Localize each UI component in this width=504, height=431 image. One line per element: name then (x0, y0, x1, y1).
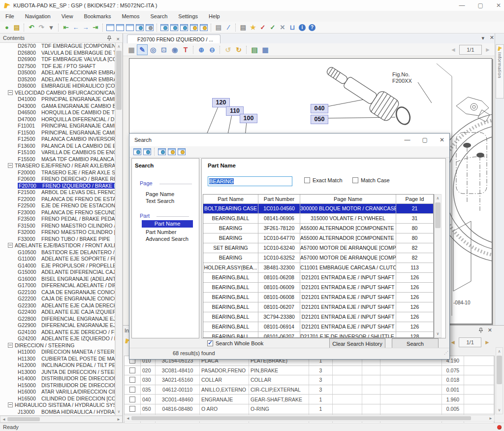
tree-item-f12500[interactable]: F12500PALANCA CAMBIO INVERSOR / S (0, 136, 115, 143)
exact-match-checkbox[interactable] (304, 177, 310, 183)
row-checkbox[interactable] (129, 387, 135, 393)
search-part-window-icon[interactable] (179, 23, 189, 33)
menu-memos[interactable]: Memos (116, 11, 145, 21)
table-row[interactable]: 0303A021-65160COLLARCOLLAR30.018 (125, 375, 494, 385)
row-checkbox[interactable] (129, 367, 135, 373)
tree-item-g10500[interactable]: G10500BASTIDOR EJE DELANTERO / F (0, 249, 115, 256)
tree-item-g14000[interactable]: G14000EJE PROPULSOR / PROPELLER (0, 263, 115, 269)
tree-group[interactable]: VELOCIDAD CAMBIO BIFURCACION/CAMBIO (0, 90, 115, 97)
tree-item-d47000[interactable]: D47000HORQUILLA DIFERENCIAL / DIF (0, 116, 115, 123)
parts-hscrollbar[interactable]: ◄ ► (124, 415, 495, 422)
match-case-option[interactable]: Match Case (352, 177, 390, 183)
callout-100[interactable]: 100 (240, 114, 257, 123)
zoom-out-icon[interactable]: ⊖ (207, 44, 218, 55)
table-row[interactable]: 05004816-08480O AROO-RING10.005 (125, 404, 494, 414)
table-row[interactable]: 0403C001-48460ENGRANAJEGEAR-SHAFT,BRAKE1… (125, 395, 494, 404)
tree-item-g22400[interactable]: G22400ADELANTE EJE CAJA IZQUIERD (0, 309, 115, 316)
tree-item-d26700[interactable]: D26700TDF EMBRAGUE [COMPONENTE (0, 43, 115, 50)
first-page-icon[interactable]: ⇤ (61, 23, 71, 33)
tree-item-f22500[interactable]: F22500EJE DE FRENO DE ESTACIONAM (0, 202, 115, 209)
search-whole-book-checkbox[interactable] (207, 340, 213, 346)
tree-item-g11000[interactable]: G11000ADELANTE EJE SOPORTE / FRO (0, 256, 115, 263)
tree-item-d36000[interactable]: D36000EMBRAGUE HIDRAULICO [COMP (0, 83, 115, 90)
menu-view[interactable]: View (56, 11, 79, 21)
tree-item-g22800[interactable]: G22800DIFERENCIAL ENGRANAJE EJE (0, 316, 115, 323)
redo-dropdown-icon[interactable]: ▾ (46, 23, 56, 33)
viewer-next-page-icon[interactable]: ► (485, 46, 491, 53)
tree-item-h11300[interactable]: H11300CUBIERTA DEL POSTE DE MANI (0, 356, 115, 363)
home-icon[interactable]: ● (2, 23, 12, 33)
contents-vscrollbar[interactable]: ∧ ∨ (115, 42, 123, 416)
export-page-icon[interactable]: ▤ (249, 44, 260, 55)
dialog-maximize-button[interactable]: ▢ (422, 133, 428, 146)
maximize-button[interactable]: ▢ (478, 2, 483, 9)
menu-search[interactable]: Search (145, 11, 173, 21)
tree-item-d43000[interactable]: D43000GAMA ENGRANAJE CAMBIO BIFU (0, 103, 115, 110)
window-external-icon[interactable] (145, 23, 155, 33)
tree-item-h13000[interactable]: H13000JUNTA DE DIRECCION / STEERI (0, 369, 115, 376)
window-normal-icon[interactable] (105, 23, 115, 33)
result-row[interactable]: BEARING,BALL3C794-23380D21201 ENTRADA EJ… (203, 312, 434, 322)
contents-tree[interactable]: D26700TDF EMBRAGUE [COMPONENTED26800VALV… (0, 42, 115, 416)
table-row[interactable]: 0203C081-48410PASADOR,FRENOPIN,BRAKE30.0… (125, 366, 494, 376)
stamp-icon[interactable]: ▦ (126, 44, 137, 55)
redo-icon[interactable]: ↷ (36, 23, 46, 33)
contents-hscrollbar[interactable]: ◄ ► (0, 416, 123, 423)
minimize-button[interactable]: — (459, 2, 465, 9)
window-list-icon[interactable] (125, 23, 135, 33)
collapse-icon[interactable] (8, 163, 13, 168)
dialog-close-button[interactable]: ✕ (440, 133, 444, 146)
last-page-icon[interactable]: ⇥ (91, 23, 100, 33)
window-info-icon[interactable] (135, 23, 145, 33)
viewer-prev-page-icon[interactable]: ◄ (450, 46, 456, 53)
tree-item-f11001[interactable]: F11001PRINCIPAL ENGRANAJE CAMBIO (0, 123, 115, 130)
exact-match-option[interactable]: Exact Match (304, 177, 343, 183)
cart-icon[interactable]: ⊔ (287, 23, 297, 33)
tree-item-f20700[interactable]: F20700FRENO IZQUIERDO / BRAKE LH (0, 183, 115, 190)
tree-item-j13000[interactable]: J13000BOMBA HIDRAULICA / HYDRAUL (0, 409, 115, 416)
tree-item-d46500[interactable]: D46500HORQUILLA DE CAMBIO DE TDF (0, 109, 115, 116)
help-icon[interactable]: ? (307, 23, 317, 33)
tree-item-f15500[interactable]: F15500MASA TDF CAMBIO PALANCA DE (0, 156, 115, 163)
match-case-checkbox[interactable] (352, 177, 358, 183)
find-part-icon[interactable] (157, 147, 167, 157)
collapse-icon[interactable] (8, 343, 13, 348)
prev-page-icon[interactable]: ← (71, 23, 81, 33)
search-nav-part-section[interactable]: Part (140, 213, 150, 219)
tree-item-g22100[interactable]: G22100CAJA DE ENGRANAJE CONICO D (0, 289, 115, 296)
tree-item-g22300[interactable]: G22300ADELANTE EJE CAJA DERECHO (0, 302, 115, 309)
callout-050[interactable]: 050 (311, 115, 328, 124)
page-select-icon[interactable]: ▤ (12, 23, 22, 33)
tree-item-d26800[interactable]: D26800VALVULA DE EMBRAGUE DE TD (0, 50, 115, 57)
tree-item-g16000[interactable]: G16000BISEL ENGRANAJE (ADELANTE) (0, 276, 115, 283)
result-row[interactable]: BEARING,BALL08101-06207D21201 ENTRADA EJ… (203, 302, 434, 312)
info-icon[interactable]: i (297, 23, 307, 33)
menu-file[interactable]: File (0, 11, 20, 21)
result-row[interactable]: BEARING,BALL08101-06207D21701 EJE DE INV… (203, 332, 434, 338)
print-preview-icon[interactable]: ▤ (214, 23, 223, 33)
parts-table[interactable]: 0103C154-05123PLACAPLATE(BRAKE)14.190020… (124, 356, 495, 424)
tab-f20700[interactable]: F20700 FRENO IZQUIERDO / ... (127, 34, 220, 44)
result-row[interactable]: BEARING,BALL08141-06906315000 VOLANTE / … (203, 214, 434, 224)
pan-select-icon[interactable]: ✎ (137, 44, 148, 55)
search-page-window-icon[interactable] (159, 23, 169, 33)
tree-item-g24200[interactable]: G24200ADELANTE EJE IZQUIERDO / FR (0, 335, 115, 342)
tree-item-f20000[interactable]: F20000TRASERO EJE / REAR AXLE SHA (0, 169, 115, 176)
tree-group[interactable]: TRASERO EJE/FRENO / REAR AXLE/BRAKE (0, 163, 115, 169)
dialog-minimize-button[interactable]: — (405, 133, 410, 146)
panel-prev-page-icon[interactable]: ◄ (450, 339, 456, 346)
tree-group[interactable]: ADELANTE EJE/BASTIDOR / FRONT AXLE/C (0, 242, 115, 249)
measure-icon[interactable]: ∕ (223, 23, 233, 33)
panel-pin-icon[interactable] (478, 328, 483, 334)
tree-item-d26900[interactable]: D26900TDF EMBRAGUE VALVULA [COM (0, 56, 115, 63)
tree-item-f23000[interactable]: F23000PALANCA DE FRENO SECUNDAR (0, 209, 115, 216)
search-nav-page-section[interactable]: Page (140, 180, 153, 186)
zoom-in-icon[interactable]: ⊕ (196, 44, 207, 55)
menu-navigation[interactable]: Navigation (20, 11, 56, 21)
panel-close-icon[interactable]: ✕ (488, 327, 492, 333)
collapse-icon[interactable] (8, 90, 13, 95)
tree-item-d35200[interactable]: D35200ADELANTE ACCIONAR EMBRAG (0, 76, 115, 83)
menu-bookmarks[interactable]: Bookmarks (78, 11, 116, 21)
tree-item-h15000[interactable]: H15000DISTRIBUIDOR DE DIRECCION [ (0, 382, 115, 389)
search-nav-text-search[interactable]: Text Search (146, 198, 174, 204)
